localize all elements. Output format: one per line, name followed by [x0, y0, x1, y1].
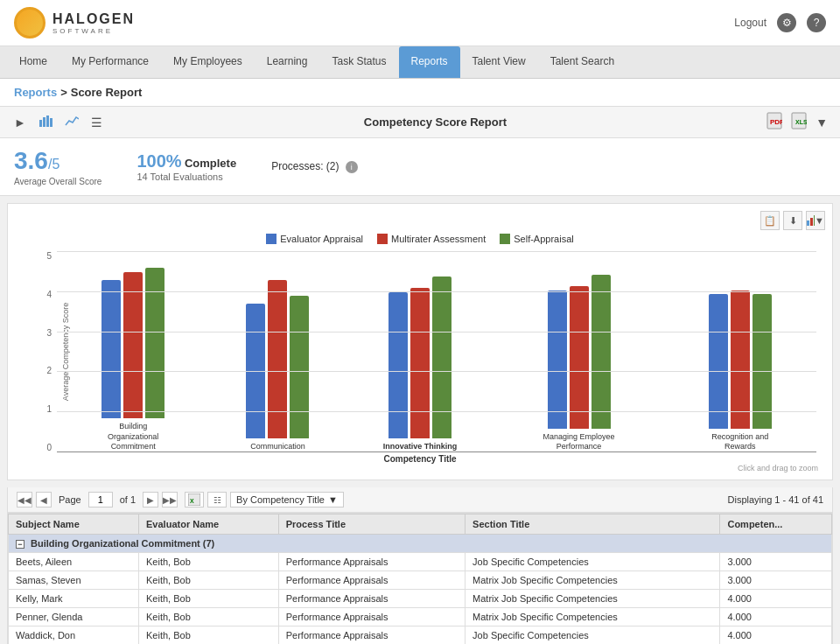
excel-export-icon[interactable]: XLS: [789, 110, 808, 134]
nav-my-performance[interactable]: My Performance: [60, 46, 161, 78]
cell-score: 4.000: [720, 626, 832, 645]
chart-download-icon[interactable]: ⬇: [783, 211, 802, 230]
nav-task-status[interactable]: Task Status: [319, 46, 398, 78]
score-label: Average Overall Score: [14, 177, 102, 186]
group-label-5: Recognition and Rewards: [701, 432, 780, 452]
collapse-icon[interactable]: ▼: [814, 114, 830, 131]
export-xls-icon[interactable]: X: [185, 492, 204, 508]
y-axis: 5 4 3 2 1 0: [41, 251, 52, 452]
nav-my-employees[interactable]: My Employees: [161, 46, 255, 78]
col-process[interactable]: Process Title: [278, 514, 465, 535]
group-label-1: Building Organizational Commitment: [94, 422, 172, 452]
cell-subject: Penner, Glenda: [9, 608, 139, 626]
svg-text:XLS: XLS: [795, 119, 807, 125]
toolbar-right-actions: PDF XLS ▼: [765, 110, 830, 134]
cell-evaluator: Keith, Bob: [139, 571, 279, 590]
help-icon[interactable]: ?: [807, 13, 826, 32]
nav-talent-search[interactable]: Talent Search: [538, 46, 626, 78]
list-view-icon[interactable]: ☰: [88, 114, 106, 131]
x-axis-title: Competency Title: [15, 454, 825, 464]
cell-section: Matrix Job Specific Competencies: [466, 590, 720, 608]
pagination-bar: ◀◀ ◀ Page of 1 ▶ ▶▶ X ☷ By Competency Ti…: [7, 487, 833, 513]
group-by-chevron: ▼: [328, 494, 338, 505]
page-prev-btn[interactable]: ◀: [36, 492, 52, 508]
line-chart-icon[interactable]: [61, 113, 82, 131]
bar-boc-red: [123, 272, 143, 418]
group-title-boc: Building Organizational Commitment (7): [31, 538, 214, 549]
bar-chart-icon[interactable]: [35, 113, 56, 131]
bar-comm-red: [268, 280, 287, 438]
breadcrumb: Reports > Score Report: [0, 79, 840, 107]
chart-group-2: Communication: [246, 246, 309, 452]
svg-rect-9: [810, 218, 813, 226]
info-icon[interactable]: i: [346, 161, 358, 173]
page-number-input[interactable]: [88, 492, 113, 508]
col-section[interactable]: Section Title: [466, 514, 720, 535]
cell-subject: Waddick, Don: [9, 626, 139, 645]
report-title: Competency Score Report: [111, 116, 760, 129]
breadcrumb-separator: >: [60, 86, 67, 99]
cell-evaluator: Keith, Bob: [139, 608, 279, 626]
cell-subject: Kelly, Mark: [9, 590, 139, 608]
svg-text:X: X: [190, 498, 194, 504]
svg-rect-2: [46, 116, 49, 127]
cell-score: 3.000: [720, 571, 832, 590]
svg-rect-8: [807, 220, 809, 226]
data-table: Subject Name Evaluator Name Process Titl…: [8, 514, 832, 644]
zoom-hint: Click and drag to zoom: [15, 464, 825, 472]
pdf-export-icon[interactable]: PDF: [765, 110, 784, 134]
bar-boc-blue: [102, 280, 121, 418]
nav-home[interactable]: Home: [7, 46, 60, 78]
display-count: Displaying 1 - 41 of 41: [728, 494, 823, 505]
group-by-btn[interactable]: By Competency Title ▼: [230, 492, 344, 508]
chart-group-1: Building Organizational Commitment: [94, 226, 172, 452]
legend-evaluator: Evaluator Appraisal: [266, 234, 363, 244]
bar-inn-blue: [388, 292, 408, 438]
bar-mep-red: [570, 286, 589, 429]
cell-evaluator: Keith, Bob: [139, 553, 279, 571]
col-competency[interactable]: Competen...: [720, 514, 832, 535]
breadcrumb-reports-link[interactable]: Reports: [14, 86, 57, 99]
col-subject[interactable]: Subject Name: [9, 514, 139, 535]
score-denominator: /5: [48, 157, 60, 172]
page-first-btn[interactable]: ◀◀: [17, 492, 32, 508]
cell-section: Job Specific Competencies: [466, 626, 720, 645]
nav-learning[interactable]: Learning: [255, 46, 320, 78]
table-header-row: Subject Name Evaluator Name Process Titl…: [9, 514, 832, 535]
logo-sub: SOFTWARE: [52, 27, 135, 35]
bar-mep-blue: [548, 290, 567, 429]
page-next-btn[interactable]: ▶: [143, 492, 158, 508]
svg-rect-0: [39, 120, 42, 127]
group-by-label: By Competency Title: [236, 494, 325, 505]
complete-block: 100% Complete 14 Total Evaluations: [136, 151, 236, 182]
chart-type-icon[interactable]: ▼: [806, 211, 825, 230]
expand-icon[interactable]: ►: [10, 114, 30, 131]
group-collapse-boc[interactable]: −: [16, 540, 24, 549]
nav-talent-view[interactable]: Talent View: [460, 46, 538, 78]
table-row: Waddick, Don Keith, Bob Performance Appr…: [9, 626, 832, 645]
chart-copy-icon[interactable]: 📋: [760, 211, 780, 230]
data-table-container: Subject Name Evaluator Name Process Titl…: [7, 513, 833, 644]
cell-score: 3.000: [720, 553, 832, 571]
logout-link[interactable]: Logout: [734, 17, 766, 29]
cell-section: Matrix Job Specific Competencies: [466, 571, 720, 590]
legend-dot-green: [500, 234, 510, 244]
page-last-btn[interactable]: ▶▶: [162, 492, 178, 508]
nav-reports[interactable]: Reports: [399, 46, 460, 78]
col-evaluator[interactable]: Evaluator Name: [139, 514, 279, 535]
group-label-2: Communication: [250, 442, 305, 452]
cell-section: Matrix Job Specific Competencies: [466, 608, 720, 626]
table-body: − Building Organizational Commitment (7)…: [9, 535, 832, 645]
bar-comm-blue: [246, 304, 265, 438]
svg-rect-10: [814, 215, 815, 226]
svg-rect-3: [50, 118, 52, 127]
logo-circle-icon: [14, 7, 46, 38]
page-controls: ◀◀ ◀ Page of 1 ▶ ▶▶ X ☷ By Competency Ti…: [17, 492, 344, 508]
page-of: of 1: [120, 494, 136, 505]
score-block: 3.6/5 Average Overall Score: [14, 147, 102, 186]
settings-icon[interactable]: ⚙: [777, 13, 796, 32]
logo-text: HALOGEN: [52, 11, 135, 26]
app-header: HALOGEN SOFTWARE Logout ⚙ ?: [0, 0, 840, 46]
bar-boc-green: [145, 268, 164, 418]
page-grid-icon[interactable]: ☷: [207, 492, 227, 508]
